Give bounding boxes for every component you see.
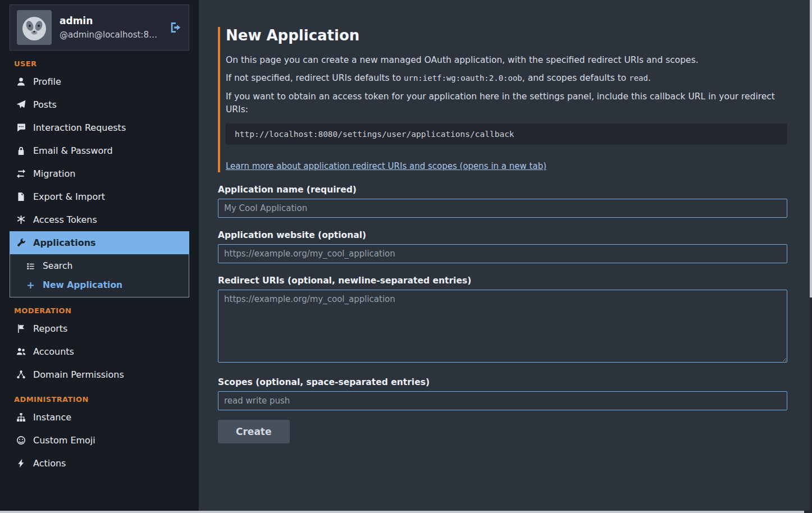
sidebar-item-label: Search [43, 261, 72, 271]
sidebar-item-accounts[interactable]: Accounts [10, 340, 189, 363]
docs-link[interactable]: Learn more about application redirect UR… [226, 161, 546, 171]
flag-icon [14, 324, 28, 333]
nodes-icon [14, 370, 28, 379]
sidebar-nav: USER Profile Posts Interaction Requests [10, 59, 189, 475]
plus-icon [24, 281, 37, 290]
user-card[interactable]: admin @admin@localhost:80... [10, 4, 189, 51]
vertical-scrollbar[interactable] [810, 0, 812, 513]
sidebar-item-label: Interaction Requests [33, 122, 126, 133]
sidebar-item-label: Migration [33, 168, 75, 179]
horizontal-scrollbar-thumb[interactable] [0, 511, 804, 513]
applications-submenu: Search New Application [10, 254, 189, 297]
sloth-avatar [17, 10, 52, 45]
redirect-uris-textarea[interactable] [218, 290, 787, 363]
section-title-moderation: MODERATION [14, 306, 189, 315]
comments-icon [14, 123, 28, 132]
sidebar-item-label: Instance [33, 412, 71, 423]
intro-line-3: If you want to obtain an access token fo… [226, 90, 787, 117]
sidebar-item-new-application[interactable]: New Application [10, 276, 189, 295]
lock-icon [14, 146, 28, 155]
application-name-label: Application name (required) [218, 185, 787, 195]
sidebar: admin @admin@localhost:80... USER Profil… [0, 0, 199, 513]
sidebar-item-domain-permissions[interactable]: Domain Permissions [10, 363, 189, 386]
sidebar-item-label: Actions [33, 458, 66, 469]
sidebar-item-posts[interactable]: Posts [10, 93, 189, 116]
sidebar-item-label: Domain Permissions [33, 369, 124, 380]
app-root: admin @admin@localhost:80... USER Profil… [0, 0, 812, 513]
certificate-icon [14, 215, 28, 225]
section-title-user: USER [14, 59, 189, 68]
sidebar-item-interaction-requests[interactable]: Interaction Requests [10, 116, 189, 139]
sidebar-item-email-password[interactable]: Email & Password [10, 139, 189, 162]
sidebar-item-migration[interactable]: Migration [10, 162, 189, 185]
sidebar-item-label: Custom Emoji [33, 435, 95, 446]
sitemap-icon [14, 413, 28, 422]
sidebar-item-label: Export & Import [33, 191, 105, 202]
redirect-uris-label: Redirect URIs (optional, newline-separat… [218, 276, 787, 286]
page-title: New Application [226, 27, 787, 44]
exchange-icon [14, 169, 28, 178]
docs-block: New Application On this page you can cre… [218, 27, 787, 172]
sidebar-item-instance[interactable]: Instance [10, 406, 189, 429]
vertical-scrollbar-thumb[interactable] [810, 0, 812, 297]
intro-line-1: On this page you can create a new manage… [226, 54, 787, 67]
list-icon [24, 262, 37, 271]
sidebar-item-label: New Application [43, 280, 122, 290]
sidebar-item-actions[interactable]: Actions [10, 452, 189, 475]
sidebar-item-access-tokens[interactable]: Access Tokens [10, 208, 189, 231]
sidebar-item-label: Posts [33, 99, 57, 110]
scopes-label: Scopes (optional, space-separated entrie… [218, 377, 787, 387]
sidebar-item-export-import[interactable]: Export & Import [10, 185, 189, 208]
main-panel: New Application On this page you can cre… [199, 0, 812, 513]
user-handle: @admin@localhost:80... [60, 30, 162, 40]
section-title-administration: ADMINISTRATION [14, 395, 189, 404]
sidebar-item-applications-search[interactable]: Search [10, 256, 189, 276]
file-export-icon [14, 192, 28, 201]
sidebar-item-label: Email & Password [33, 145, 113, 156]
application-website-input[interactable] [218, 244, 787, 263]
horizontal-scrollbar[interactable] [0, 511, 812, 513]
paper-plane-icon [14, 100, 28, 109]
sidebar-item-profile[interactable]: Profile [10, 70, 189, 93]
callback-url-code-block: http://localhost:8080/settings/user/appl… [226, 123, 787, 145]
user-name: admin [60, 15, 162, 26]
sidebar-item-applications[interactable]: Applications [10, 231, 189, 254]
sidebar-item-label: Applications [33, 237, 96, 248]
sign-out-icon[interactable] [170, 21, 182, 34]
bolt-icon [14, 459, 28, 468]
sidebar-item-reports[interactable]: Reports [10, 317, 189, 340]
users-icon [14, 347, 28, 356]
new-application-form: Application name (required) Application … [218, 185, 787, 443]
oob-code: urn:ietf:wg:oauth:2.0:oob [404, 74, 522, 83]
applications-group: Applications Search New Application [10, 231, 189, 297]
user-icon [14, 77, 28, 86]
intro-line-2: If not specified, redirect URIs defaults… [226, 72, 787, 85]
sidebar-item-label: Reports [33, 323, 67, 334]
create-button[interactable]: Create [218, 420, 290, 443]
application-name-input[interactable] [218, 199, 787, 218]
scopes-input[interactable] [218, 391, 787, 410]
sidebar-item-label: Access Tokens [33, 214, 97, 225]
sidebar-item-custom-emoji[interactable]: Custom Emoji [10, 429, 189, 452]
application-website-label: Application website (optional) [218, 230, 787, 240]
sidebar-item-label: Profile [33, 76, 61, 87]
smiley-icon [14, 436, 28, 445]
sidebar-item-label: Accounts [33, 346, 74, 357]
read-scope-code: read [629, 74, 648, 83]
wrench-icon [14, 238, 28, 248]
